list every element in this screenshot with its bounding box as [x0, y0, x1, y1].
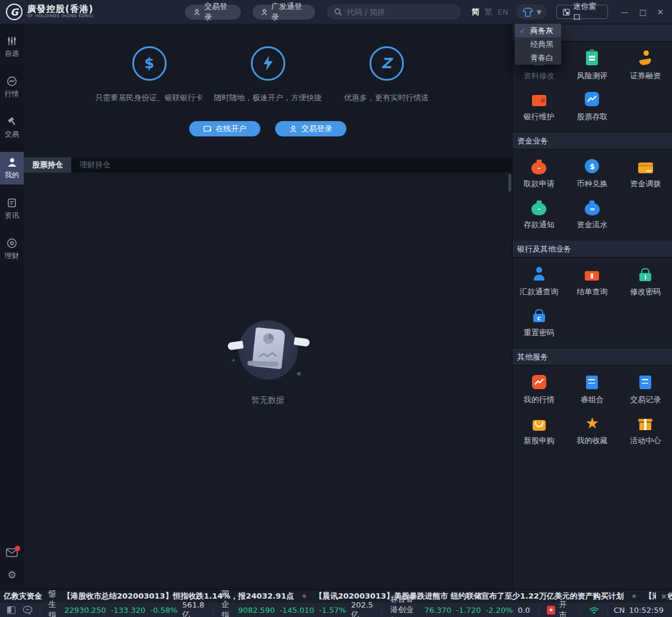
service-remittance-query[interactable]: 汇款通查询	[512, 266, 566, 297]
gf-pass-login-button[interactable]: 广发通登录	[253, 5, 315, 20]
lightning-icon	[251, 46, 285, 81]
quotes-icon	[7, 76, 17, 87]
service-currency-exchange[interactable]: 币种兑换	[566, 158, 619, 189]
person-icon	[261, 8, 268, 16]
service-activity-center[interactable]: 活动中心	[619, 415, 672, 446]
sidebar-item-mine[interactable]: 我的	[0, 152, 24, 185]
service-my-favorites[interactable]: 我的收藏	[566, 415, 619, 446]
service-ipo-subscription[interactable]: 新股申购	[512, 415, 566, 446]
left-nav-rail: 自选 行情 交易 我的 资讯 理财 ⚙	[0, 24, 24, 589]
service-trade-records[interactable]: 交易记录	[619, 374, 672, 405]
change-password-icon: i	[637, 266, 654, 282]
service-statement-query[interactable]: 结单查询	[566, 266, 619, 297]
messages-button[interactable]	[6, 548, 18, 559]
ticker-close-button[interactable]: ✕	[656, 590, 667, 603]
theme-dropdown-menu: ✓ 商务灰 经典黑 青春白	[515, 24, 561, 65]
open-account-icon	[203, 125, 212, 133]
feature-caption: 优惠多，更有实时行情送	[344, 93, 429, 103]
ipo-subscription-icon	[531, 415, 547, 431]
sidebar-item-news[interactable]: 资讯	[0, 193, 24, 225]
theme-option-classic-black[interactable]: 经典黑	[515, 37, 561, 51]
service-smart-portfolio[interactable]: 睿组合	[566, 374, 619, 405]
feedback-chat-icon[interactable]	[23, 606, 33, 615]
index-change: -145.010	[279, 606, 314, 615]
search-input[interactable]	[347, 8, 454, 17]
tshirt-icon	[522, 7, 534, 17]
service-reset-password[interactable]: c 重置密码	[512, 307, 566, 338]
open-account-button[interactable]: 在线开户	[189, 121, 260, 136]
service-withdraw-request[interactable]: – 取款申请	[512, 158, 566, 189]
section-header-funds: 资金业务	[512, 132, 672, 150]
sidebar-item-wealth[interactable]: 理财	[0, 233, 24, 265]
panel-toggle-icon[interactable]	[7, 606, 15, 614]
service-my-quotes[interactable]: 我的行情	[512, 374, 566, 405]
brand-name-cn: 廣發控股(香港)	[27, 5, 94, 14]
theme-option-business-gray[interactable]: ✓ 商务灰	[515, 24, 561, 37]
sidebar-label: 资讯	[5, 211, 19, 221]
wing-icon	[227, 341, 244, 350]
service-fund-transfer[interactable]: 资金调拨	[619, 158, 672, 189]
section-header-other-services: 其他服务	[512, 348, 672, 365]
index-pct: -1.57%	[319, 606, 346, 615]
open-account-label: 在线开户	[216, 123, 247, 134]
lang-english[interactable]: EN	[498, 8, 508, 17]
index-value: 76.370	[424, 606, 451, 615]
bank-maintenance-icon	[531, 91, 547, 107]
brand-name-en: GF HOLDINGS (HONG KONG)	[27, 14, 94, 18]
sidebar-item-trade[interactable]: 交易	[0, 112, 24, 144]
service-deposit-notice[interactable]: – 存款通知	[512, 199, 566, 230]
margin-financing-icon	[637, 50, 654, 66]
services-panel: 资料修改 风险测评 证券融资 银行维护 股票存取 资金业务	[512, 24, 672, 589]
feature-caption: 只需要居民身份证、银联银行卡	[95, 93, 203, 103]
lang-traditional[interactable]: 繁	[485, 7, 492, 17]
main-area: $ 只需要居民身份证、银联银行卡 随时随地，极速开户，方便快捷 Z 优惠多，更有…	[24, 24, 512, 589]
ticker-item[interactable]: 亿救灾资金	[4, 591, 42, 602]
index-volume: 202.5亿	[351, 600, 373, 617]
person-icon	[193, 8, 200, 16]
lang-simplified[interactable]: 简	[472, 7, 479, 17]
line-chart-icon	[257, 350, 278, 360]
maximize-button[interactable]: □	[639, 8, 646, 17]
service-change-password[interactable]: i 修改密码	[619, 266, 672, 297]
feature-promotions: Z 优惠多，更有实时行情送	[327, 46, 446, 103]
time-label: 10:52:59	[629, 606, 664, 615]
index-change: -1.720	[456, 606, 481, 615]
service-stock-deposit[interactable]: 股票存取	[566, 91, 619, 122]
risk-assessment-icon	[584, 50, 600, 66]
index-sp-hk-gem: 标普香港创业板 76.370 -1.720 -2.20% 0.0	[382, 594, 539, 617]
wealth-icon	[7, 238, 17, 249]
sidebar-label: 行情	[5, 89, 19, 99]
account-open-promo: $ 只需要居民身份证、银联银行卡 随时随地，极速开户，方便快捷 Z 优惠多，更有…	[24, 24, 512, 157]
trade-login-button[interactable]: 交易登录	[185, 5, 240, 20]
mini-window-label: 迷你窗口	[574, 1, 601, 23]
activity-center-icon	[637, 415, 654, 431]
service-bank-maintenance[interactable]: 银行维护	[512, 91, 566, 122]
dollar-icon: $	[132, 46, 167, 81]
service-risk-assessment[interactable]: 风险测评	[566, 50, 619, 81]
tab-wealth-positions[interactable]: 理财持仓	[71, 157, 119, 173]
settings-button[interactable]: ⚙	[7, 569, 16, 581]
empty-state: ✦ ● 暂无数据	[238, 320, 298, 406]
index-value: 9082.590	[238, 606, 275, 615]
minimize-button[interactable]: —	[621, 8, 629, 17]
mini-window-button[interactable]: 迷你窗口	[556, 5, 608, 19]
service-margin-financing[interactable]: 证券融资	[619, 50, 672, 81]
region-time: CN 10:52:59	[608, 606, 672, 615]
search-box[interactable]	[327, 4, 461, 20]
theme-picker-button[interactable]: ▼	[517, 4, 547, 20]
person-icon	[289, 125, 297, 133]
sidebar-item-quotes[interactable]: 行情	[0, 71, 24, 103]
sidebar-item-watchlist[interactable]: 自选	[0, 31, 24, 63]
theme-option-youth-white[interactable]: 青春白	[515, 51, 561, 65]
tab-stock-positions[interactable]: 股票持仓	[24, 157, 71, 173]
feature-id-card: $ 只需要居民身份证、银联银行卡	[90, 46, 209, 103]
promo-trade-login-button[interactable]: 交易登录	[275, 121, 346, 136]
mini-window-icon	[563, 8, 570, 16]
close-button[interactable]: ✕	[657, 8, 664, 17]
remittance-query-icon	[531, 266, 547, 282]
empty-state-text: 暂无数据	[251, 395, 285, 406]
scrollbar-thumb[interactable]	[508, 174, 511, 192]
brand: G 廣發控股(香港) GF HOLDINGS (HONG KONG)	[0, 4, 185, 20]
news-icon	[7, 198, 17, 208]
service-fund-flow[interactable]: = 资金流水	[566, 199, 619, 230]
